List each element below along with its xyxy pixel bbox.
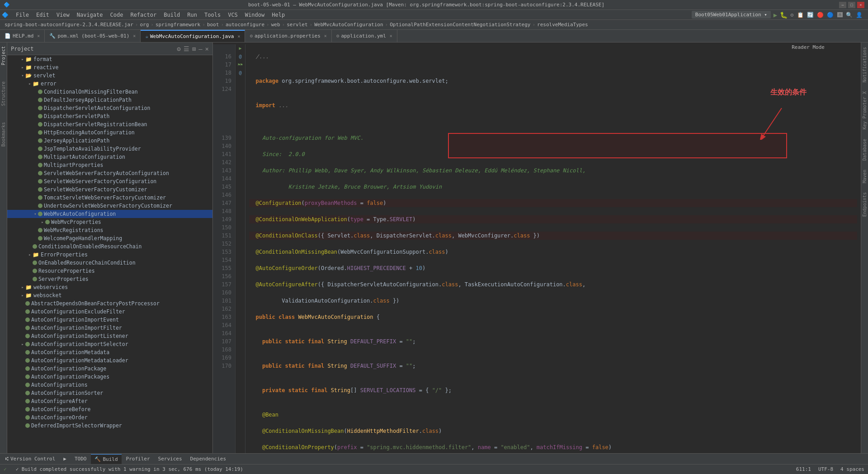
minimize-icon[interactable]: – <box>198 45 202 52</box>
tree-item-websocket[interactable]: 📁 websocket <box>7 291 212 299</box>
tree-item-AutoConfigurationImportFilter[interactable]: AutoConfigurationImportFilter <box>7 324 212 332</box>
build-tab[interactable]: 🔨 Build <box>91 454 121 464</box>
endpoints-panel-label[interactable]: Endpoints <box>861 188 868 221</box>
breadcrumb-autoconfigure[interactable]: autoconfigure <box>226 22 264 28</box>
tree-item-DispatcherServletRegistrationBean[interactable]: DispatcherServletRegistrationBean <box>7 120 212 128</box>
notifications-panel-label[interactable]: Notifications <box>861 43 868 87</box>
maximize-button[interactable]: □ <box>848 2 855 8</box>
structure-panel-toggle[interactable]: Structure <box>0 78 7 109</box>
breadcrumb-boot[interactable]: boot <box>207 22 219 28</box>
tree-item-error[interactable]: 📁 error <box>7 80 212 88</box>
expand-icon[interactable]: ⊞ <box>192 45 196 52</box>
tree-item-webservices[interactable]: 📁 webservices <box>7 283 212 291</box>
tree-item-AutoConfigurationMetadataLoader[interactable]: AutoConfigurationMetadataLoader <box>7 356 212 365</box>
tree-item-ServletWebServerFactoryConfiguration[interactable]: ServletWebServerFactoryConfiguration <box>7 177 212 185</box>
bookmarks-panel-toggle[interactable]: Bookmarks <box>0 118 7 150</box>
tree-item-HttpEncodingAutoConfiguration[interactable]: HttpEncodingAutoConfiguration <box>7 128 212 137</box>
minimize-button[interactable]: – <box>839 2 846 8</box>
menu-navigate[interactable]: Navigate <box>73 11 107 19</box>
tree-item-MultipartProperties[interactable]: MultipartProperties <box>7 161 212 169</box>
tree-item-WebMvcProperties[interactable]: WebMvcProperties <box>7 218 212 226</box>
key-promoter-panel-label[interactable]: Key Promoter X <box>861 87 868 134</box>
tree-item-ConditionalOnMissingFilterBean[interactable]: ConditionalOnMissingFilterBean <box>7 88 212 96</box>
list-icon[interactable]: ☰ <box>184 45 189 52</box>
tree-item-ResourceProperties[interactable]: ResourceProperties <box>7 267 212 275</box>
tree-item-ConditionalOnEnabledResourceChain[interactable]: ConditionalOnEnabledResourceChain <box>7 242 212 251</box>
tree-item-servlet[interactable]: 📂 servlet <box>7 71 212 80</box>
breadcrumb-inner[interactable]: OptionalPathExtensionContentNegotiationS… <box>390 22 530 28</box>
tree-item-AutoConfigurationImportSelector[interactable]: AutoConfigurationImportSelector <box>7 340 212 348</box>
tree-item-JerseyApplicationPath[interactable]: JerseyApplicationPath <box>7 137 212 145</box>
tree-item-ServerProperties[interactable]: ServerProperties <box>7 275 212 283</box>
menu-window[interactable]: Window <box>241 11 268 19</box>
menu-file[interactable]: File <box>12 11 33 19</box>
run-config-selector[interactable]: Boot05Web01Application ▾ <box>692 11 771 19</box>
tree-item-AutoConfigurationMetadata[interactable]: AutoConfigurationMetadata <box>7 348 212 356</box>
menu-code[interactable]: Code <box>107 11 127 19</box>
services-tab[interactable]: Services <box>155 454 186 464</box>
tree-item-format[interactable]: 📁 format <box>7 55 212 63</box>
tree-item-AutoConfigureBefore[interactable]: AutoConfigureBefore <box>7 405 212 413</box>
breadcrumb-class[interactable]: WebMvcAutoConfiguration <box>314 22 383 28</box>
tree-item-DefaultJerseyApplicationPath[interactable]: DefaultJerseyApplicationPath <box>7 96 212 104</box>
tab-pom-close[interactable]: × <box>133 33 136 38</box>
tree-item-AutoConfigurationImportListener[interactable]: AutoConfigurationImportListener <box>7 332 212 340</box>
cursor-position[interactable]: 611:1 <box>796 466 811 472</box>
debug-button[interactable]: 🐛 <box>780 11 788 19</box>
tree-item-DispatcherServletAutoConfiguration[interactable]: DispatcherServletAutoConfiguration <box>7 104 212 112</box>
breadcrumb-method[interactable]: resolveMediaTypes <box>537 22 588 28</box>
tree-item-AutoConfigurationPackages[interactable]: AutoConfigurationPackages <box>7 373 212 381</box>
menu-run[interactable]: Run <box>184 11 201 19</box>
tab-props-close[interactable]: × <box>324 33 327 38</box>
tree-item-UndertowServletWebServerFactoryCustomizer[interactable]: UndertowServletWebServerFactoryCustomize… <box>7 202 212 210</box>
indent-setting[interactable]: 4 spaces <box>840 466 864 472</box>
menu-help[interactable]: Help <box>268 11 288 19</box>
close-button[interactable]: × <box>857 2 864 8</box>
tree-item-ServletWebServerFactoryAutoConfiguration[interactable]: ServletWebServerFactoryAutoConfiguration <box>7 169 212 177</box>
tree-item-AutoConfigurationPackage[interactable]: AutoConfigurationPackage <box>7 365 212 373</box>
todo-tab[interactable]: TODO <box>71 454 90 464</box>
code-editor[interactable]: Reader Mode 生效的条件 16 17 1 <box>213 43 861 453</box>
breadcrumb-web[interactable]: web <box>271 22 280 28</box>
tree-item-MultipartAutoConfiguration[interactable]: MultipartAutoConfiguration <box>7 153 212 161</box>
file-encoding[interactable]: UTF-8 <box>818 466 833 472</box>
tree-item-OnEnabledResourceChainCondition[interactable]: OnEnabledResourceChainCondition <box>7 259 212 267</box>
tab-help-md[interactable]: 📄 HELP.md × <box>0 30 45 43</box>
project-panel-toggle[interactable]: Project <box>0 43 7 69</box>
tree-item-AutoConfigurationSorter[interactable]: AutoConfigurationSorter <box>7 389 212 397</box>
profiler-tab[interactable]: Profiler <box>123 454 154 464</box>
tree-item-AbstractDependsOnBeanFactoryPostProcessor[interactable]: AbstractDependsOnBeanFactoryPostProcesso… <box>7 299 212 308</box>
breadcrumb-springframework[interactable]: springframework <box>156 22 200 28</box>
version-control-tab[interactable]: ⑆ Version Control <box>2 454 59 464</box>
tree-item-AutoConfigurations[interactable]: AutoConfigurations <box>7 381 212 389</box>
tree-item-JspTemplateAvailabilityProvider[interactable]: JspTemplateAvailabilityProvider <box>7 145 212 153</box>
tree-item-TomcatServletWebServerFactoryCustomizer[interactable]: TomcatServletWebServerFactoryCustomizer <box>7 194 212 202</box>
tree-item-AutoConfigureAfter[interactable]: AutoConfigureAfter <box>7 397 212 405</box>
database-panel-label[interactable]: Database <box>861 134 868 165</box>
tree-item-WebMvcRegistrations[interactable]: WebMvcRegistrations <box>7 226 212 234</box>
breadcrumb-servlet[interactable]: servlet <box>287 22 307 28</box>
run-tab[interactable]: ▶ <box>60 454 70 464</box>
menu-edit[interactable]: Edit <box>33 11 53 19</box>
tree-item-AutoConfigurationImportEvent[interactable]: AutoConfigurationImportEvent <box>7 316 212 324</box>
tree-item-AutoConfigurationExcludeFilter[interactable]: AutoConfigurationExcludeFilter <box>7 308 212 316</box>
menu-refactor[interactable]: Refactor <box>127 11 160 19</box>
tree-item-ServletWebServerFactoryCustomizer[interactable]: ServletWebServerFactoryCustomizer <box>7 185 212 194</box>
close-panel-icon[interactable]: × <box>205 45 209 52</box>
dependencies-tab[interactable]: Dependencies <box>187 454 230 464</box>
tree-item-reactive[interactable]: 📁 reactive <box>7 63 212 71</box>
run-button[interactable]: ▶ <box>774 11 777 19</box>
tree-item-WelcomePageHandlerMapping[interactable]: WelcomePageHandlerMapping <box>7 234 212 242</box>
breadcrumb-org[interactable]: org <box>140 22 149 28</box>
tree-item-DispatcherServletPath[interactable]: DispatcherServletPath <box>7 112 212 120</box>
tree-item-WebMvcAutoConfiguration[interactable]: WebMvcAutoConfiguration <box>7 210 212 218</box>
tree-item-ErrorProperties[interactable]: 📁 ErrorProperties <box>7 251 212 259</box>
menu-vcs[interactable]: VCS <box>224 11 241 19</box>
menu-view[interactable]: View <box>53 11 73 19</box>
menu-tools[interactable]: Tools <box>201 11 224 19</box>
tab-yml-close[interactable]: × <box>390 33 392 38</box>
tree-item-DeferredImportSelectorWrapper[interactable]: DeferredImportSelectorWrapper <box>7 422 212 430</box>
tab-help-md-close[interactable]: × <box>37 33 40 38</box>
breadcrumb-jar[interactable]: spring-boot-autoconfigure-2.3.4.RELEASE.… <box>5 22 133 28</box>
tab-webmvc-java[interactable]: ☕ WebMvcAutoConfiguration.java × <box>141 30 245 43</box>
